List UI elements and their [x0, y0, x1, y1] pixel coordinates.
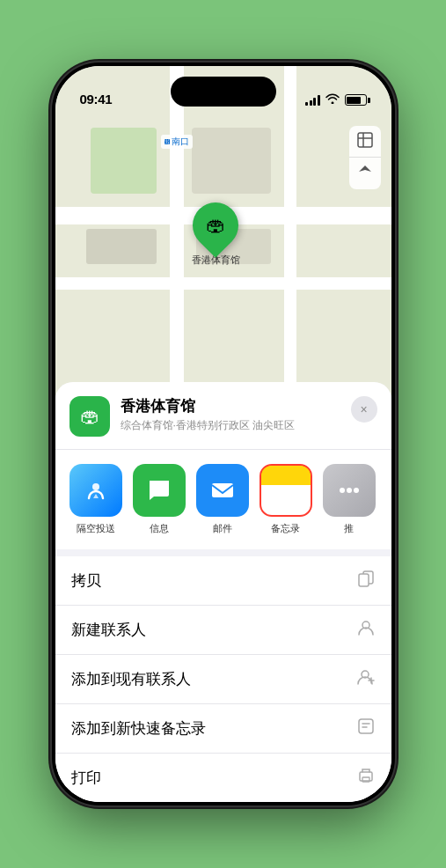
signal-icon — [305, 95, 320, 106]
map-type-icon — [356, 131, 374, 152]
new-contact-icon — [356, 618, 376, 642]
action-add-existing-label: 添加到现有联系人 — [71, 669, 191, 689]
svg-point-1 — [92, 483, 99, 490]
share-item-mail[interactable]: 邮件 — [196, 464, 249, 535]
svg-rect-0 — [358, 133, 372, 147]
action-list: 拷贝 新建联系人 — [55, 556, 391, 802]
airdrop-label: 隔空投送 — [77, 522, 115, 535]
venue-pin[interactable]: 🏟 香港体育馆 — [192, 202, 240, 267]
action-copy-label: 拷贝 — [71, 570, 101, 591]
phone-frame: 09:41 — [52, 63, 395, 805]
bottom-sheet: 🏟 香港体育馆 综合体育馆·香港特别行政区 油尖旺区 × — [55, 382, 391, 802]
action-copy[interactable]: 拷贝 — [55, 556, 391, 606]
location-button[interactable] — [349, 158, 381, 189]
action-print[interactable]: 打印 — [55, 754, 391, 802]
map-road-h2 — [55, 277, 391, 290]
mail-label: 邮件 — [213, 522, 232, 535]
south-entrance-label: 出 南口 — [161, 135, 193, 149]
share-row: 隔空投送 信息 — [55, 450, 391, 556]
more-label: 推 — [344, 522, 354, 535]
phone-screen: 09:41 — [55, 66, 391, 802]
svg-rect-7 — [359, 574, 369, 586]
venue-pin-bubble: 🏟 — [183, 193, 248, 258]
map-type-button[interactable] — [349, 126, 381, 158]
notes-icon — [260, 464, 312, 517]
venue-pin-icon: 🏟 — [206, 214, 225, 237]
action-add-notes[interactable]: 添加到新快速备忘录 — [55, 704, 391, 754]
airdrop-icon — [69, 464, 122, 517]
close-button[interactable]: × — [351, 396, 377, 423]
map-controls — [349, 126, 381, 189]
dynamic-island — [171, 77, 276, 107]
svg-point-3 — [340, 488, 345, 493]
action-add-existing[interactable]: 添加到现有联系人 — [55, 655, 391, 704]
south-entrance-icon: 出 — [165, 139, 170, 144]
print-icon — [356, 766, 376, 790]
add-existing-icon — [356, 667, 376, 691]
venue-description: 综合体育馆·香港特别行政区 油尖旺区 — [121, 418, 351, 433]
mail-icon — [196, 464, 249, 517]
svg-point-4 — [347, 488, 352, 493]
close-icon: × — [360, 402, 367, 416]
venue-name: 香港体育馆 — [121, 396, 351, 416]
svg-point-5 — [354, 488, 359, 493]
action-new-contact[interactable]: 新建联系人 — [55, 606, 391, 655]
action-add-notes-label: 添加到新快速备忘录 — [71, 718, 206, 739]
notes-label: 备忘录 — [271, 522, 300, 535]
messages-icon — [133, 464, 186, 517]
action-print-label: 打印 — [71, 768, 101, 788]
battery-icon — [345, 94, 367, 106]
status-time: 09:41 — [80, 92, 113, 107]
share-item-notes[interactable]: 备忘录 — [260, 464, 312, 535]
svg-rect-11 — [360, 772, 372, 781]
messages-label: 信息 — [150, 522, 169, 535]
map-park — [91, 128, 157, 194]
share-item-more[interactable]: 推 — [323, 464, 376, 535]
more-share-icon — [323, 464, 376, 517]
copy-icon — [356, 569, 376, 592]
share-item-airdrop[interactable]: 隔空投送 — [69, 464, 122, 535]
status-icons — [305, 93, 367, 107]
wifi-icon — [325, 93, 340, 107]
svg-rect-10 — [359, 719, 373, 733]
map-block1 — [192, 128, 271, 194]
add-notes-icon — [356, 717, 376, 740]
venue-info: 香港体育馆 综合体育馆·香港特别行政区 油尖旺区 — [121, 396, 351, 433]
svg-rect-2 — [212, 483, 233, 497]
share-item-messages[interactable]: 信息 — [133, 464, 186, 535]
map-block2 — [86, 229, 157, 264]
location-icon — [357, 164, 373, 183]
action-new-contact-label: 新建联系人 — [71, 620, 146, 640]
venue-logo: 🏟 — [69, 396, 110, 437]
venue-card: 🏟 香港体育馆 综合体育馆·香港特别行政区 油尖旺区 × — [55, 382, 391, 450]
